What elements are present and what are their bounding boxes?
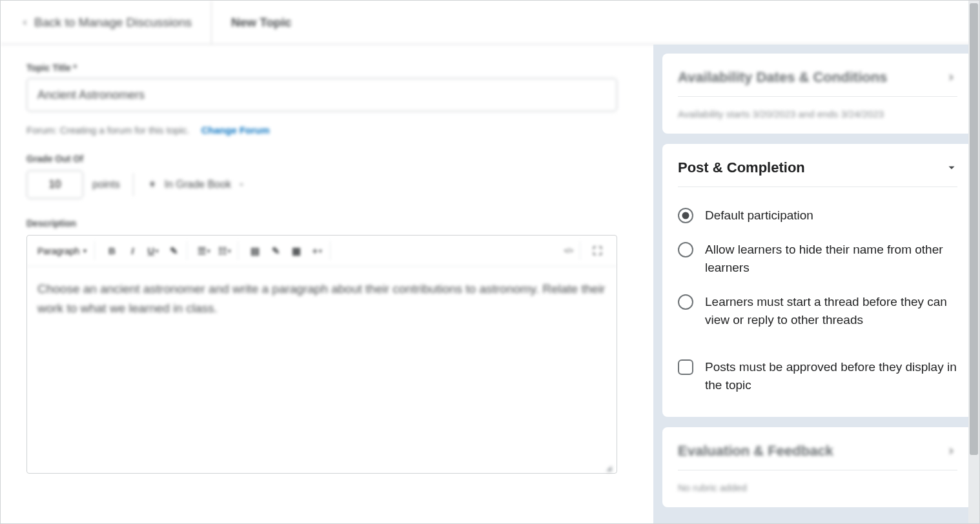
checkbox-approve-posts[interactable] xyxy=(678,359,693,375)
chevron-down-icon xyxy=(946,162,957,174)
evaluation-panel: Evaluation & Feedback No rubric added xyxy=(662,427,973,507)
availability-panel-header[interactable]: Availability Dates & Conditions xyxy=(678,69,957,97)
availability-panel: Availability Dates & Conditions Availabi… xyxy=(662,54,973,134)
chevron-down-icon xyxy=(238,181,245,188)
grade-label: Grade Out Of xyxy=(26,154,634,164)
italic-button[interactable]: I xyxy=(123,242,141,260)
radio-hide-name[interactable] xyxy=(678,242,693,257)
link-button[interactable]: ✎ xyxy=(267,242,285,260)
gradebook-dropdown[interactable]: In Grade Book xyxy=(147,179,245,190)
source-code-button[interactable]: </> xyxy=(562,242,576,260)
underline-button[interactable]: U▾ xyxy=(144,242,162,260)
change-forum-link[interactable]: Change Forum xyxy=(201,125,270,136)
discussion-editor-page: Back to Manage Discussions New Topic Top… xyxy=(0,0,980,524)
divider xyxy=(133,173,134,196)
availability-summary: Availability starts 3/20/2023 and ends 3… xyxy=(678,108,957,119)
back-label: Back to Manage Discussions xyxy=(34,15,192,30)
rich-text-editor: Paragraph▾ B I U▾ ✎ ☰▾ ☷▾ xyxy=(26,235,617,474)
top-bar: Back to Manage Discussions New Topic xyxy=(1,1,979,45)
description-section: Description Paragraph▾ B I U▾ ✎ xyxy=(26,218,634,474)
content-row: Topic Title * Forum: Creating a forum fo… xyxy=(1,45,979,523)
grade-points-input[interactable] xyxy=(26,170,83,199)
option-start-thread-first[interactable]: Learners must start a thread before they… xyxy=(678,285,957,338)
option-default-participation[interactable]: Default participation xyxy=(678,199,957,233)
description-label: Description xyxy=(26,218,634,228)
points-label: points xyxy=(92,179,120,190)
option-approve-posts[interactable]: Posts must be approved before they displ… xyxy=(678,350,957,403)
chevron-right-icon xyxy=(946,445,957,457)
editor-body[interactable]: Choose an ancient astronomer and write a… xyxy=(27,267,617,473)
post-completion-header[interactable]: Post & Completion xyxy=(678,159,957,187)
align-button[interactable]: ☰▾ xyxy=(195,242,213,260)
option-hide-name[interactable]: Allow learners to hide their name from o… xyxy=(678,233,957,285)
more-insert-button[interactable]: +▾ xyxy=(308,242,326,260)
radio-start-thread-first[interactable] xyxy=(678,294,693,310)
chevron-left-icon xyxy=(20,18,29,27)
editor-toolbar: Paragraph▾ B I U▾ ✎ ☰▾ ☷▾ xyxy=(27,236,617,267)
list-button[interactable]: ☷▾ xyxy=(216,242,234,260)
post-completion-panel: Post & Completion Default participation … xyxy=(662,144,973,417)
settings-sidebar: Availability Dates & Conditions Availabi… xyxy=(653,45,979,523)
chevron-right-icon xyxy=(946,72,957,83)
evaluation-panel-header[interactable]: Evaluation & Feedback xyxy=(678,443,957,470)
bold-button[interactable]: B xyxy=(103,242,121,260)
image-button[interactable]: ▦ xyxy=(287,242,305,260)
resize-handle-icon[interactable]: ◢ xyxy=(606,463,615,472)
media-button[interactable]: ▤ xyxy=(246,242,264,260)
clear-format-button[interactable]: ✎ xyxy=(165,242,183,260)
tab-new-topic[interactable]: New Topic xyxy=(212,1,311,44)
paragraph-style-dropdown[interactable]: Paragraph▾ xyxy=(37,246,90,256)
topic-title-label: Topic Title * xyxy=(26,63,634,73)
forum-info: Forum: Creating a forum for this topic. … xyxy=(26,125,634,136)
topic-title-input[interactable] xyxy=(26,78,617,112)
main-column: Topic Title * Forum: Creating a forum fo… xyxy=(1,45,653,523)
grade-section: Grade Out Of points In Grade Book xyxy=(26,154,634,199)
back-to-discussions-link[interactable]: Back to Manage Discussions xyxy=(1,1,212,44)
radio-default-participation[interactable] xyxy=(678,208,693,223)
page-scrollbar[interactable] xyxy=(968,1,979,523)
evaluation-summary: No rubric added xyxy=(678,482,957,493)
pin-icon xyxy=(147,179,158,190)
fullscreen-button[interactable]: ⛶ xyxy=(588,242,606,260)
